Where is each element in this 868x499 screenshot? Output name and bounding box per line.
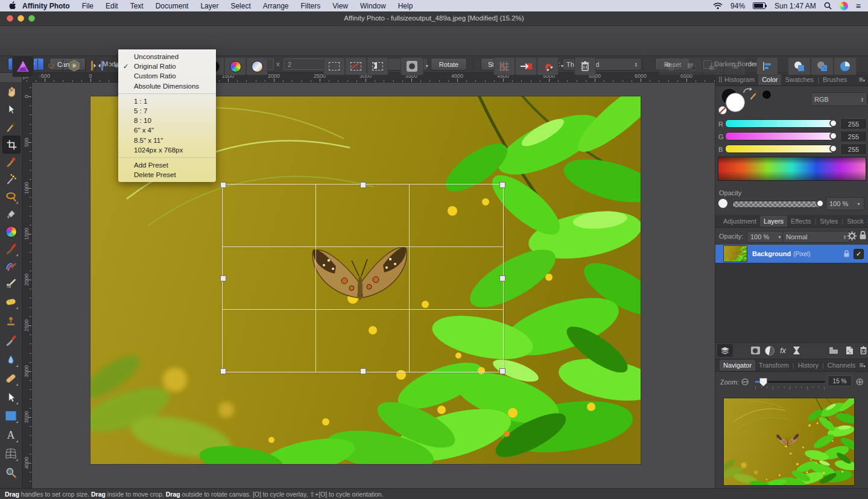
tab-effects[interactable]: Effects [787,216,814,227]
geometry-add-button[interactable] [788,57,811,75]
delete-button[interactable] [574,57,596,75]
channel-r-value[interactable]: 255 [840,118,867,130]
layers-stack-button[interactable] [717,344,733,357]
channel-b-value[interactable]: 255 [840,143,867,155]
blend-mode-select[interactable]: Normal ▲▼ [782,231,850,243]
colour-picker-icon[interactable] [749,89,760,100]
clone-stamp-tool[interactable] [2,313,19,330]
crop-tool[interactable] [2,136,21,154]
layers-opacity-select[interactable]: 100 %▼ [747,231,785,243]
sponge-tool[interactable] [2,293,19,310]
channel-r-slider[interactable] [725,119,835,128]
panel-menu-icon[interactable]: ≡▾ [859,361,866,369]
move-forward-button[interactable] [680,57,702,75]
menu-item-unconstrained[interactable]: Unconstrained [118,52,216,61]
group-layers-button[interactable] [828,345,840,356]
colour-opacity-slider[interactable] [732,201,822,208]
menu-edit[interactable]: Edit [100,2,124,10]
snapping-dropdown[interactable]: ▼ [557,57,567,74]
menu-item-add-preset[interactable]: Add Preset [118,160,216,170]
menu-item-delete-preset[interactable]: Delete Preset [118,170,216,180]
menu-app-name[interactable]: Affinity Photo [16,2,76,10]
deselect-button[interactable] [345,57,367,75]
flood-select-tool[interactable] [2,171,19,187]
apple-menu-icon[interactable] [8,1,16,10]
crop-handle-bottom-right[interactable] [499,368,505,374]
menu-document[interactable]: Document [150,2,195,10]
tab-stock[interactable]: Stock [843,216,867,227]
colour-picker-tool[interactable] [2,118,19,135]
channel-b-slider[interactable] [725,145,835,153]
view-tool[interactable] [2,83,19,100]
spotlight-icon[interactable] [824,2,832,10]
menu-window[interactable]: Window [354,2,392,10]
tab-color[interactable]: Color [758,74,781,85]
layer-lock-icon[interactable] [843,250,850,258]
notification-center-icon[interactable]: ≡ [856,3,861,9]
tab-swatches[interactable]: Swatches [781,74,817,85]
channel-b-knob[interactable] [829,145,837,152]
crop-handle-top-left[interactable] [220,182,226,188]
crop-overlay[interactable] [222,184,504,372]
menu-item-1024x768[interactable]: 1024px x 768px [118,145,216,155]
layer-row-background[interactable]: Background (Pixel) ✓ [715,245,868,263]
move-by-whole-pixels-button[interactable] [515,57,537,75]
tab-styles[interactable]: Styles [816,216,841,227]
layer-effects-button[interactable]: fx [777,345,789,356]
menu-filters[interactable]: Filters [295,2,327,10]
quick-mask-dropdown[interactable]: ▼ [422,57,432,74]
selection-brush-tool[interactable] [2,188,19,205]
live-filter-button[interactable] [790,345,802,356]
smudge-tool[interactable] [2,332,19,349]
auto-colour-button[interactable] [224,57,246,75]
crop-handle-top-right[interactable] [499,182,505,188]
tab-transform[interactable]: Transform [755,360,793,371]
auto-white-balance-button[interactable] [246,57,268,75]
crop-handle-top-center[interactable] [360,182,366,188]
menu-item-6x4[interactable]: 6" x 4" [118,125,216,135]
tab-channels[interactable]: Channels [824,360,859,371]
tab-adjustment[interactable]: Adjustment [720,216,760,227]
nav-zoom-value[interactable]: 15 % [828,375,852,386]
colour-model-select[interactable]: RGB ▲▼ [811,92,867,106]
layers-list-empty-area[interactable] [715,263,868,342]
rectangle-tool[interactable] [2,407,19,424]
menu-help[interactable]: Help [392,2,419,10]
channel-g-slider[interactable] [725,132,835,140]
menu-item-original-ratio[interactable]: ✓Original Ratio [118,61,216,71]
lock-layer-icon[interactable] [859,230,867,240]
develop-persona-button[interactable] [65,57,83,74]
zoom-tool[interactable] [2,464,19,481]
delete-layer-button[interactable] [858,345,868,356]
crop-handle-bottom-left[interactable] [220,368,226,374]
node-tool[interactable] [2,389,19,406]
menu-clock[interactable]: Sun 1:47 AM [775,2,816,10]
blend-options-gear-icon[interactable] [847,231,857,241]
rotate-button[interactable]: Rotate [431,58,467,71]
siri-icon[interactable] [840,2,848,10]
menu-item-8-10[interactable]: 8 : 10 [118,116,216,125]
channel-g-value[interactable]: 255 [840,131,867,142]
menu-item-absolute-dimensions[interactable]: Absolute Dimensions [118,81,216,91]
mask-layer-button[interactable] [749,345,761,356]
move-to-front-button[interactable] [659,57,680,75]
snapping-button[interactable] [537,57,559,75]
tab-navigator[interactable]: Navigator [720,360,755,371]
invert-selection-button[interactable] [367,57,388,75]
wifi-icon[interactable] [713,2,723,10]
tone-mapping-persona-button[interactable] [88,57,106,74]
add-pixel-layer-button[interactable] [843,345,855,356]
menu-item-custom-ratio[interactable]: Custom Ratio [118,71,216,81]
alignment-button[interactable] [756,57,778,75]
menu-layer[interactable]: Layer [194,2,224,10]
healing-tool[interactable] [2,370,19,387]
menu-item-5-7[interactable]: 5 : 7 [118,106,216,116]
colour-wheel-tool[interactable] [2,223,19,240]
menu-view[interactable]: View [326,2,354,10]
menu-file[interactable]: File [76,2,100,10]
nav-zoom-knob[interactable] [759,378,767,386]
force-pixel-alignment-button[interactable] [493,57,515,75]
menu-item-1-1[interactable]: 1 : 1 [118,96,216,106]
menu-text[interactable]: Text [124,2,150,10]
mesh-warp-tool[interactable] [2,445,19,462]
